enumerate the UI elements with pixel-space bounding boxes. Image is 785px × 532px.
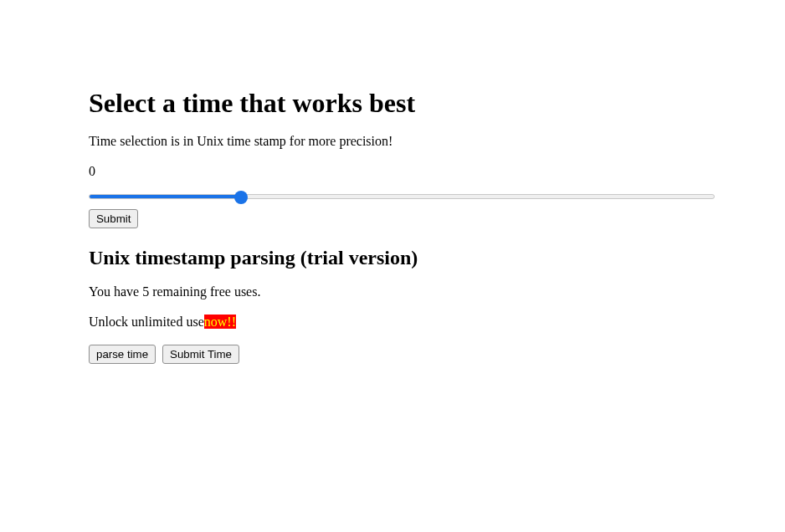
slider-value-display: 0: [89, 164, 735, 179]
unlock-prefix: Unlock unlimited use: [89, 315, 204, 329]
page-viewport[interactable]: Select a time that works best Time selec…: [0, 0, 785, 532]
section-heading: Unix timestamp parsing (trial version): [89, 247, 735, 269]
content-area: Select a time that works best Time selec…: [89, 0, 735, 364]
unlock-highlight[interactable]: now!!: [204, 315, 236, 329]
remaining-uses-text: You have 5 remaining free uses.: [89, 284, 735, 299]
page-title: Select a time that works best: [89, 0, 735, 119]
parse-time-button[interactable]: parse time: [89, 345, 156, 364]
intro-text: Time selection is in Unix time stamp for…: [89, 134, 735, 149]
submit-time-button[interactable]: Submit Time: [162, 345, 239, 364]
submit-button[interactable]: Submit: [89, 209, 138, 228]
button-row: parse time Submit Time: [89, 345, 735, 364]
time-slider[interactable]: [89, 189, 715, 204]
page-body: Select a time that works best Time selec…: [0, 0, 785, 532]
unlock-line: Unlock unlimited usenow!!: [89, 315, 735, 330]
